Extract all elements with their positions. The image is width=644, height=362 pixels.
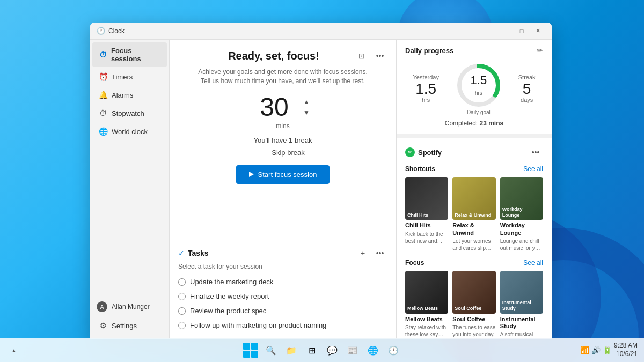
clock-display[interactable]: 9:28 AM 10/6/21 [614,342,638,358]
sp-focus-header: Focus See all [405,259,543,267]
dp-completed: Completed: 23 mins [405,120,543,127]
sp-shortcuts-see-all-button[interactable]: See all [523,165,543,173]
sp-card-mellow-beats[interactable]: Mellow Beats Mellow Beats Stay relaxed w… [405,271,448,339]
spotify-more-button[interactable]: ••• [528,145,543,160]
task-label-4: Follow up with marketing on product nami… [190,321,326,329]
dp-stat-streak: Streak 5 days [518,74,536,103]
sp-card-instrumental-study[interactable]: Instrumental Study Instrumental Study A … [500,271,543,339]
window-controls: — □ ✕ [498,26,545,36]
focus-header-icons: ⊡ ••• [354,48,387,63]
taskbar-left: ▲ [6,343,21,358]
world-clock-icon: 🌐 [99,127,107,136]
spotify-icon [407,150,413,155]
right-panel: Daily progress ✏ Yesterday 1.5 hrs [396,40,552,339]
taskbar-center: 🔍 📁 ⊞ 💬 📰 🌐 🕐 [241,341,403,360]
timer-increment-button[interactable]: ▲ [300,97,313,107]
timers-icon: ⏰ [99,72,107,81]
sp-card-name: Soul Coffee [452,316,495,323]
tasks-more-button[interactable]: ••• [372,246,387,261]
play-icon [249,172,254,177]
chat-button[interactable]: 💬 [323,341,342,360]
chevron-up-icon[interactable]: ▲ [6,343,21,358]
daily-progress: Daily progress ✏ Yesterday 1.5 hrs [397,40,552,134]
timer-unit: mins [178,122,387,130]
sidebar-item-world-clock[interactable]: 🌐 World clock [92,123,167,140]
focus-expand-button[interactable]: ⊡ [354,48,369,63]
sidebar-bottom: A Allan Munger ⚙ Settings [90,297,169,339]
sidebar-item-settings[interactable]: ⚙ Settings [92,317,167,334]
sp-card-desc: Stay relaxed with these low-key beat... [405,324,448,338]
task-label-3: Review the product spec [190,307,266,315]
dp-ring-label: Daily goal [455,109,503,115]
edge-button[interactable]: 🌐 [363,341,383,360]
sp-card-chill-hits[interactable]: Chill Hits Chill Hits Kick back to the b… [405,177,448,252]
task-item[interactable]: Finalize the weekly report [178,289,387,304]
sidebar-item-focus-sessions[interactable]: ⏱ Focus sessions [92,42,167,67]
start-button[interactable] [241,341,260,360]
timer-control: 30 ▲ ▼ [178,94,387,120]
widgets-button[interactable]: 📰 [343,341,362,360]
focus-more-button[interactable]: ••• [372,48,387,63]
dp-ring-unit: hrs [475,90,482,96]
settings-icon: ⚙ [99,321,107,330]
focus-heading: Ready, set, focus! [193,50,354,62]
user-profile[interactable]: A Allan Munger [90,297,169,316]
sp-card-name: Relax & Unwind [452,222,495,236]
task-item[interactable]: Review the product spec [178,304,387,318]
sp-title-row: Spotify [405,147,442,157]
taskview-button[interactable]: ⊞ [302,341,321,360]
start-focus-session-button[interactable]: Start focus session [236,165,330,184]
sp-card-desc: Kick back to the best new and rece... [405,231,448,245]
sidebar-item-timers[interactable]: ⏰ Timers [92,68,167,85]
sp-card-name: Chill Hits [405,222,448,229]
sp-card-soul-coffee[interactable]: Soul Coffee Soul Coffee The tunes to eas… [452,271,495,339]
sidebar-item-stopwatch[interactable]: ⏱ Stopwatch [92,105,167,122]
sp-card-workday-lounge[interactable]: Workday Lounge Workday Lounge Lounge and… [500,177,543,252]
dp-header: Daily progress ✏ [405,46,543,55]
sidebar: ⏱ Focus sessions ⏰ Timers 🔔 Alarms ⏱ Sto… [90,40,170,339]
task-item[interactable]: Update the marketing deck [178,275,387,289]
task-radio-2[interactable] [178,293,186,300]
dp-edit-button[interactable]: ✏ [537,46,543,55]
task-radio-1[interactable] [178,278,186,286]
file-explorer-button[interactable]: 📁 [282,341,301,360]
add-task-button[interactable]: + [355,246,370,261]
tasks-title: Tasks [188,249,209,257]
battery-icon[interactable]: 🔋 [603,346,612,354]
tasks-title-row: ✓ Tasks [178,249,209,257]
alarms-icon: 🔔 [99,91,107,99]
timer-value: 30 [253,94,296,120]
sp-card-desc: Let your worries and cares slip away. [452,238,495,252]
task-item[interactable]: Follow up with marketing on product nami… [178,318,387,333]
wifi-icon[interactable]: 📶 [580,346,589,354]
sp-thumb-label: Soul Coffee [455,306,493,312]
sidebar-item-alarms[interactable]: 🔔 Alarms [92,86,167,104]
volume-icon[interactable]: 🔊 [591,346,601,354]
dp-title: Daily progress [405,47,453,55]
skip-break-checkbox[interactable] [261,149,268,156]
sidebar-item-label: Timers [112,73,133,81]
search-taskbar-button[interactable]: 🔍 [261,341,281,360]
dp-yesterday-label: Yesterday [413,74,439,80]
spotify-title: Spotify [418,149,442,157]
sp-focus-title: Focus [405,259,424,267]
sp-thumb-label: Chill Hits [407,212,446,218]
sp-card-relax-unwind[interactable]: Relax & Unwind Relax & Unwind Let your w… [452,177,495,252]
timer-decrement-button[interactable]: ▼ [300,108,313,117]
sp-thumb-label: Workday Lounge [502,206,541,218]
window-title: Clock [108,27,498,35]
sp-header: Spotify ••• [405,145,543,160]
task-radio-4[interactable] [178,322,186,329]
spotify-section: Spotify ••• Shortcuts See all Chill Hits… [397,134,552,339]
close-button[interactable]: ✕ [530,26,545,36]
maximize-button[interactable]: □ [514,26,529,36]
sp-focus-see-all-button[interactable]: See all [523,259,543,267]
minimize-button[interactable]: — [498,26,513,36]
stopwatch-icon: ⏱ [99,109,107,117]
clock-app-taskbar-button[interactable]: 🕐 [384,341,403,360]
task-radio-3[interactable] [178,307,186,315]
dp-stats: Yesterday 1.5 hrs 1.5 [405,61,543,115]
taskbar-right: 📶 🔊 🔋 9:28 AM 10/6/21 [580,342,638,358]
taskbar: ▲ 🔍 📁 ⊞ 💬 📰 🌐 🕐 📶 🔊 🔋 9:28 AM 10/6/21 [0,338,644,362]
tasks-check-icon: ✓ [178,249,185,257]
